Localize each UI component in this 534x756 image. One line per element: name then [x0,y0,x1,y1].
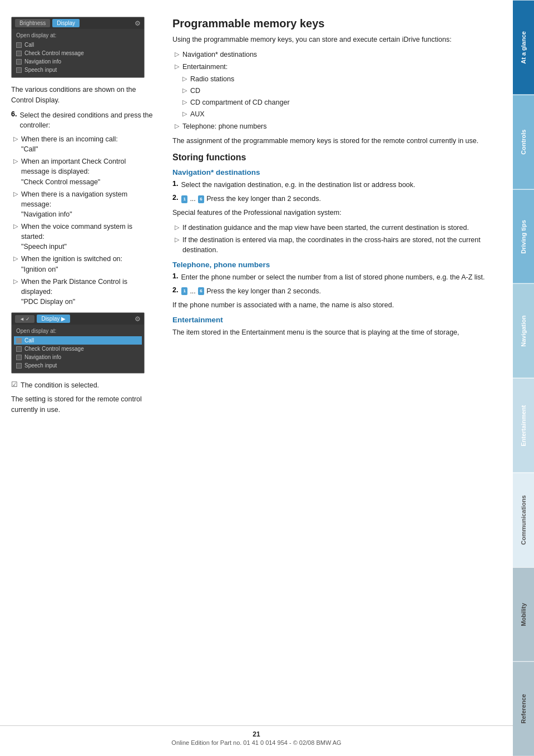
screen-image-2: ◄ ✓ Display ▶ ⚙ Open display at: Call Ch… [11,312,145,374]
screen-title-area-2: ◄ ✓ Display ▶ [15,315,70,323]
screen-item-speech: Speech input [16,66,140,74]
bullet-ignition: ▷ When the ignition is switched on:"Igni… [11,254,156,274]
tel-step-2-num: 2. [172,286,178,297]
bullet-park-distance: ▷ When the Park Distance Control is disp… [11,277,156,307]
arrow-tel-icon: ▷ [175,122,179,131]
arrow-icon-5: ▷ [13,255,18,274]
arrow-radio-icon: ▷ [182,75,187,84]
screen-body-1: Open display at: Call Check Control mess… [12,29,144,77]
tel-heading: Telephone, phone numbers [172,261,502,269]
sidebar-tab-controls[interactable]: Controls [513,95,534,189]
arrow-icon-4: ▷ [13,223,18,252]
feature-navigation: ▷ Navigation* destinations [172,50,502,60]
arrow-ent-icon: ▷ [175,63,179,72]
entertainment-text: The item stored in the Entertainment men… [172,327,502,338]
sidebar-tab-navigation[interactable]: Navigation [513,283,534,378]
bullet-nav-message: ▷ When there is a navigation system mess… [11,189,156,219]
screen-checkbox-check-control [16,51,22,56]
tel-step-1-text: Enter the phone number or select the num… [181,272,484,283]
special-features-text: Special features of the Professional nav… [172,208,502,218]
checkmark-note: ☑ The condition is selected. [11,380,156,391]
intro-text: Using the programmable memory keys, you … [172,35,502,45]
arrow-icon-3: ▷ [13,190,18,219]
screen-checkbox-speech-2 [16,363,22,369]
screen-item-check-control: Check Control message [16,49,140,57]
arrow-special-1-icon: ▷ [175,224,179,233]
nav-step-2-num: 2. [172,194,178,204]
screen-header-2: ◄ ✓ Display ▶ ⚙ [12,313,144,325]
storing-functions-heading: Storing functions [172,153,502,163]
tel-step-2: 2. 1 ... 6 Press the key longer than 2 s… [172,286,502,297]
screen-item-speech-2: Speech input [16,361,140,370]
nav-step-1-text: Select the navigation destination, e.g. … [181,180,415,190]
arrow-cd-changer-icon: ▷ [182,99,187,107]
arrow-aux-icon: ▷ [182,110,187,119]
key-badge-tel-1: 1 [181,287,187,295]
nav-step-1-num: 1. [172,180,178,190]
footer-text: Online Edition for Part no. 01 41 0 014 … [171,739,341,746]
screen-settings-icon: ⚙ [135,19,141,27]
screen-body-2: Open display at: Call Check Control mess… [12,325,144,373]
arrow-cd-icon: ▷ [182,87,187,96]
tel-step-1-num: 1. [172,272,178,283]
arrow-icon-6: ▷ [13,278,18,307]
feature-telephone: ▷ Telephone: phone numbers [172,121,502,131]
step-6: 6. Select the desired conditions and pre… [11,110,156,131]
screen-checkbox-nav-info [16,59,22,65]
main-content: Brightness Display ⚙ Open display at: Ca… [0,0,513,436]
conditions-text: The various conditions are shown on the … [11,85,156,106]
key-badge-1: 1 [181,195,187,203]
screen-label-2: Open display at: [16,328,140,334]
screen-item-nav-info: Navigation info [16,57,140,66]
sub-radio: ▷ Radio stations [172,74,502,84]
sidebar-tab-at-a-glance[interactable]: At a glance [513,0,534,95]
special-bullet-2: ▷ If the destination is entered via map,… [172,235,502,255]
sidebar: At a glance Controls Driving tips Naviga… [513,0,534,756]
key-badge-tel-6: 6 [198,287,204,295]
page-number: 21 [0,730,513,738]
screen-title-area-1: Brightness Display [15,19,80,27]
nav-destinations-heading: Navigation* destinations [172,168,502,176]
special-bullet-1: ▷ If destination guidance and the map vi… [172,223,502,233]
sidebar-tab-driving-tips[interactable]: Driving tips [513,189,534,284]
nav-step-2: 2. 1 ... 6 Press the key longer than 2 s… [172,194,502,204]
arrow-icon-1: ▷ [13,135,18,154]
screen-item-call-highlighted: Call [14,336,142,345]
main-heading: Programmable memory keys [172,17,502,30]
bullet-voice-command: ▷ When the voice command system is start… [11,222,156,252]
checkmark-text: The condition is selected. [21,380,99,391]
screen-tab-brightness: Brightness [15,19,50,27]
sidebar-tab-reference[interactable]: Reference [513,661,534,756]
screen-label-1: Open display at: [16,32,140,38]
screen-checkbox-speech [16,67,22,73]
footer: 21 Online Edition for Part no. 01 41 0 0… [0,725,513,746]
screen-checkbox-call-2 [16,338,22,343]
sub-cd: ▷ CD [172,86,502,96]
sidebar-tab-mobility[interactable]: Mobility [513,567,534,662]
key-badge-6: 6 [198,195,204,203]
arrow-nav-icon: ▷ [175,51,179,60]
bullet-incoming-call: ▷ When there is an incoming call:"Call" [11,134,156,154]
screen-tab-display: Display [52,19,80,27]
setting-text: The setting is stored for the remote con… [11,394,156,415]
tel-step-1: 1. Enter the phone number or select the … [172,272,502,283]
tel-note: If the phone number is associated with a… [172,300,502,311]
entertainment-heading: Entertainment [172,316,502,324]
screen-image-1: Brightness Display ⚙ Open display at: Ca… [11,17,145,78]
sidebar-tab-communications[interactable]: Communications [513,473,534,567]
sidebar-tab-entertainment[interactable]: Entertainment [513,378,534,473]
screen-checkbox-call [16,42,22,48]
tel-step-2-text: 1 ... 6 Press the key longer than 2 seco… [181,286,320,297]
screen-item-check-control-2: Check Control message [16,345,140,353]
right-column: Programmable memory keys Using the progr… [167,17,502,419]
nav-step-2-text: 1 ... 6 Press the key longer than 2 seco… [181,194,320,204]
step-6-number: 6. [11,110,17,131]
screen-header-1: Brightness Display ⚙ [12,17,144,29]
arrow-icon-2: ▷ [13,158,18,186]
arrow-special-2-icon: ▷ [175,236,179,255]
screen-tab-display-2: Display ▶ [37,315,70,323]
nav-step-1: 1. Select the navigation destination, e.… [172,180,502,190]
screen-item-call: Call [16,41,140,49]
checkmark-icon: ☑ [11,380,18,389]
screen-checkbox-nav-info-2 [16,355,22,360]
